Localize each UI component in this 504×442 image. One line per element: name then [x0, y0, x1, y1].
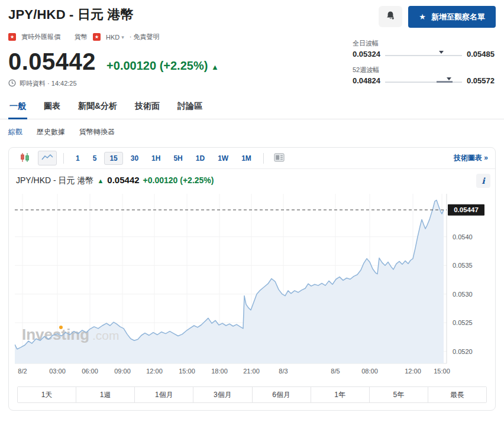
tab-news-analysis[interactable]: 新聞&分析	[77, 98, 118, 119]
x-axis-label: 21:00	[243, 368, 260, 375]
news-layout-icon	[274, 153, 285, 164]
day-range-marker	[439, 51, 444, 54]
tab-discussion[interactable]: 討論區	[176, 98, 203, 119]
info-button[interactable]: i	[476, 174, 490, 188]
x-axis-label: 18:00	[211, 368, 228, 375]
x-axis-label: 15:00	[434, 368, 450, 375]
y-axis-label: 0.0530	[453, 291, 473, 298]
chevron-down-icon: ▾	[121, 34, 124, 40]
x-axis-label: 8/3	[279, 368, 287, 375]
day-range-label: 全日波幅	[353, 39, 495, 48]
y-axis-label: 0.0535	[453, 262, 473, 269]
interval-5H[interactable]: 5H	[168, 152, 188, 165]
day-range-low: 0.05324	[353, 50, 380, 58]
52w-range-high: 0.05572	[467, 76, 495, 85]
interval-buttons: 1515301H5H1D1W1M	[70, 152, 257, 165]
quote-page: JPY/HKD - 日元 港幣 ★ 新增至觀察名單	[0, 0, 504, 442]
hk-flag-icon: ★	[8, 33, 16, 41]
x-axis-label: 15:00	[179, 368, 195, 375]
chart-widget: 1515301H5H1D1W1M 技術圖表 » JPY/HKD - 日元 港幣	[8, 147, 496, 411]
bell-add-icon	[385, 10, 396, 23]
chart-title-row: JPY/HKD - 日元 港幣 ▲ 0.05442 +0.00120 (+2.2…	[16, 175, 214, 186]
chart-up-arrow-icon: ▲	[97, 177, 104, 184]
hkd-flag-icon: ★	[93, 33, 101, 41]
subtab-overview[interactable]: 綜觀	[8, 127, 22, 137]
x-axis-label: 8/2	[18, 368, 27, 375]
header: JPY/HKD - 日元 港幣 ★ 新增至觀察名單	[0, 0, 504, 88]
watchlist-button-label: 新增至觀察名單	[431, 12, 485, 22]
period-1m[interactable]: 1個月	[134, 387, 193, 402]
subtab-historical-data[interactable]: 歷史數據	[37, 127, 65, 137]
star-icon: ★	[419, 12, 426, 21]
52w-range-low: 0.04824	[353, 76, 380, 85]
currency-type-label: 貨幣	[75, 32, 88, 41]
sub-tabs: 綜觀歷史數據貨幣轉換器	[0, 119, 504, 144]
period-max[interactable]: 最長	[428, 387, 486, 402]
chart-price-overlay: 0.05447	[15, 204, 484, 216]
period-buttons: 1天1週1個月3個月6個月1年5年最長	[17, 386, 487, 403]
quote-time-label: 即時資料 · 14:42:25	[20, 79, 77, 88]
52w-range-marker	[447, 77, 451, 80]
x-axis-label: 12:00	[146, 368, 163, 375]
interval-30[interactable]: 30	[125, 152, 144, 165]
chart-change: +0.00120 (+2.25%)	[143, 176, 214, 185]
candlestick-icon	[20, 152, 30, 164]
interval-1W[interactable]: 1W	[212, 152, 234, 165]
chart-title: JPY/HKD - 日元 港幣	[16, 176, 93, 186]
day-range-high: 0.05485	[467, 50, 495, 58]
interval-1[interactable]: 1	[70, 152, 85, 165]
period-1d[interactable]: 1天	[18, 387, 76, 402]
last-price: 0.05442	[8, 48, 96, 75]
tab-general[interactable]: 一般	[8, 98, 27, 119]
line-chart-button[interactable]	[38, 151, 57, 165]
add-to-watchlist-button[interactable]: ★ 新增至觀察名單	[408, 6, 496, 28]
currency-dropdown[interactable]: HKD ▾	[106, 34, 124, 41]
chart-last-price: 0.05442	[107, 175, 139, 185]
chart-layout-button[interactable]	[270, 151, 288, 166]
period-1w[interactable]: 1週	[76, 387, 134, 402]
page-title: JPY/HKD - 日元 港幣	[8, 6, 134, 24]
ranges-panel: 全日波幅 0.05324 0.05485 52週波幅 0.04824 0.055…	[353, 39, 495, 92]
price-change: +0.00120 (+2.25%) ▲	[106, 59, 219, 73]
interval-1M[interactable]: 1M	[236, 152, 257, 165]
chart-area: JPY/HKD - 日元 港幣 ▲ 0.05442 +0.00120 (+2.2…	[9, 169, 495, 384]
tab-charts[interactable]: 圖表	[43, 98, 62, 119]
x-axis-label: 06:00	[82, 368, 98, 375]
last-price-tag: 0.05447	[454, 206, 479, 213]
toolbar-separator	[63, 153, 64, 164]
period-5y[interactable]: 5年	[369, 387, 428, 402]
period-1y[interactable]: 1年	[311, 387, 369, 402]
y-axis-label: 0.0525	[453, 319, 473, 326]
realtime-label: 實時外匯報價	[21, 32, 60, 41]
y-axis-label: 0.0540	[453, 233, 473, 240]
period-6m[interactable]: 6個月	[252, 387, 311, 402]
subtab-currency-converter[interactable]: 貨幣轉換器	[79, 127, 115, 137]
watermark-com: .com	[92, 329, 119, 342]
x-axis-label: 09:00	[114, 368, 131, 375]
x-axis-label: 08:00	[361, 368, 378, 375]
alert-button[interactable]	[379, 6, 402, 27]
y-axis-label: 0.0520	[453, 348, 473, 355]
tab-technical[interactable]: 技術面	[134, 98, 161, 119]
main-tabs: 一般圖表新聞&分析技術面討論區	[0, 98, 504, 119]
period-3m[interactable]: 3個月	[193, 387, 251, 402]
x-axis-label: 03:00	[49, 368, 66, 375]
price-change-value: +0.00120 (+2.25%)	[106, 59, 208, 72]
chart-toolbar: 1515301H5H1D1W1M 技術圖表 »	[9, 148, 495, 169]
interval-15[interactable]: 15	[104, 152, 122, 165]
interval-5[interactable]: 5	[88, 152, 102, 165]
currency-dropdown-value: HKD	[106, 34, 119, 41]
clock-icon	[8, 79, 16, 88]
candlestick-chart-button[interactable]	[16, 150, 34, 167]
52w-range-track	[385, 77, 462, 85]
technical-chart-link[interactable]: 技術圖表 »	[454, 153, 488, 163]
interval-1H[interactable]: 1H	[146, 152, 166, 165]
interval-1D[interactable]: 1D	[190, 152, 210, 165]
x-axis-label: 12:00	[405, 368, 421, 375]
price-chart[interactable]: Investing .com 0.05450.05400.05350.05300…	[15, 194, 495, 378]
disclaimer-link[interactable]: · 免責聲明	[130, 32, 160, 41]
52w-range-label: 52週波幅	[353, 66, 495, 74]
day-range-track	[385, 50, 462, 58]
toolbar-separator-2	[263, 153, 264, 164]
52w-range-band	[437, 81, 453, 83]
